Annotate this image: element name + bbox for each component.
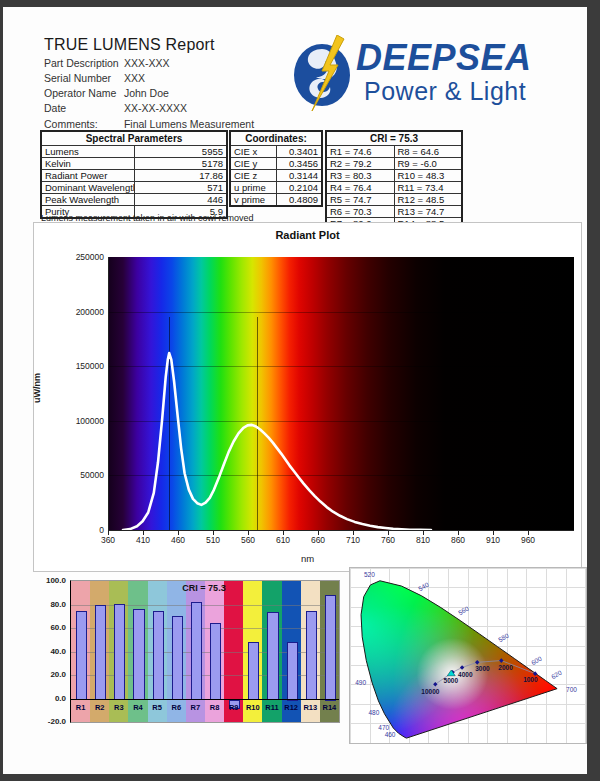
x-tick-label: 460	[163, 535, 193, 545]
category-label: R11	[262, 703, 281, 712]
cri-bar	[267, 612, 278, 700]
x-tick-label: 410	[128, 535, 158, 545]
x-tick-label: 360	[93, 535, 123, 545]
row-label: Kelvin	[41, 158, 134, 170]
chromaticity-plot-area: 5205405605806006207004904804704601000200…	[360, 572, 580, 739]
row-value: 0.4809	[276, 194, 322, 207]
row-label: u prime	[230, 182, 276, 194]
field-date: Date XX-XX-XXXX	[44, 102, 187, 117]
gridline	[262, 605, 281, 606]
row-label: CIE z	[230, 170, 276, 182]
cri-bar	[306, 611, 317, 701]
comments-label: Comments:	[44, 118, 121, 130]
gridline	[243, 605, 262, 606]
cri-cell: R2 = 79.2	[326, 158, 394, 170]
table-title: CRI = 75.3	[326, 131, 462, 146]
field-operator-name: Operator Name John Doe	[44, 87, 169, 102]
row-label: CIE x	[230, 146, 276, 158]
y-tick-label: 0.0	[30, 694, 66, 703]
gridline	[71, 605, 90, 606]
gridline	[148, 605, 167, 606]
radiant-x-axis-label: nm	[34, 553, 581, 564]
cri-bar	[210, 623, 221, 701]
category-label: R3	[109, 703, 128, 712]
category-label: R13	[301, 703, 320, 712]
cri-bar	[287, 642, 298, 701]
gridline	[205, 605, 224, 606]
x-tick-label: 610	[268, 535, 298, 545]
field-serial-number: Serial Number XXX	[44, 72, 145, 87]
page-title: TRUE LUMENS Report	[44, 36, 215, 54]
cri-cell: R3 = 80.3	[326, 170, 394, 182]
field-label: Part Description	[44, 57, 121, 69]
gridline	[224, 652, 243, 653]
cri-cell: R1 = 74.6	[326, 146, 394, 158]
cct-label: 3000	[475, 665, 489, 672]
row-value: 0.3401	[276, 146, 322, 158]
cri-bar-plot-area: R1R2R3R4R5R6R7R8R9R10R11R12R13R14	[70, 580, 340, 723]
y-tick-label: 100.0	[30, 576, 66, 585]
wavelength-label: 520	[364, 571, 375, 578]
cri-column: R14	[320, 581, 339, 722]
report-page: TRUE LUMENS Report Part Description XXX-…	[3, 7, 587, 774]
cct-label: 5000	[444, 677, 458, 684]
field-part-description: Part Description XXX-XXX	[44, 57, 169, 72]
wavelength-label: 460	[385, 731, 396, 738]
radiant-y-axis-label: uW/nm	[32, 373, 42, 403]
zero-axis-line	[320, 699, 339, 700]
wavelength-label: 700	[566, 686, 577, 693]
cri-column: R2	[90, 581, 109, 722]
y-tick-label: 0	[58, 525, 104, 535]
cct-label: 4000	[458, 671, 472, 678]
cri-column: R5	[148, 581, 167, 722]
radiant-plot-area	[108, 257, 574, 531]
gridline	[128, 605, 147, 606]
zero-axis-line	[301, 699, 320, 700]
field-label: Operator Name	[44, 87, 121, 99]
y-tick-label: 150000	[58, 361, 104, 371]
cri-cell: R13 = 74.7	[394, 206, 462, 218]
cct-label: 2000	[498, 664, 512, 671]
zero-axis-line	[243, 699, 262, 700]
zero-axis-line	[282, 699, 301, 700]
cri-column: R13	[301, 581, 320, 722]
x-tick-label: 560	[233, 535, 263, 545]
gridline	[167, 605, 186, 606]
zero-axis-line	[71, 699, 90, 700]
category-label: R2	[90, 703, 109, 712]
x-tick-label: 910	[478, 535, 508, 545]
row-label: v prime	[230, 194, 276, 207]
radiant-plot-title: Radiant Plot	[34, 229, 581, 241]
cri-cell: R8 = 64.6	[394, 146, 462, 158]
row-value: 571	[134, 182, 227, 194]
row-value: 0.3456	[276, 158, 322, 170]
row-label: Peak Wavelength	[41, 194, 134, 206]
y-tick-label: 60.0	[30, 623, 66, 632]
y-tick-label: -20.0	[30, 717, 66, 726]
cri-column: R8	[205, 581, 224, 722]
row-value: 17.86	[134, 170, 227, 182]
wavelength-label: 480	[368, 709, 379, 716]
row-label: CIE y	[230, 158, 276, 170]
cri-column: R11	[262, 581, 281, 722]
cri-cell: R4 = 76.4	[326, 182, 394, 194]
gridline	[224, 628, 243, 629]
cri-bar	[325, 595, 336, 701]
x-tick-label: 860	[443, 535, 473, 545]
cct-label: 10000	[421, 688, 439, 695]
cri-cell: R6 = 70.3	[326, 206, 394, 218]
y-tick-label: 40.0	[30, 647, 66, 656]
cri-column: R6	[167, 581, 186, 722]
zero-axis-line	[224, 699, 243, 700]
cri-cell: R12 = 48.5	[394, 194, 462, 206]
zero-axis-line	[90, 699, 109, 700]
zero-axis-line	[262, 699, 281, 700]
row-value: 0.3144	[276, 170, 322, 182]
zero-axis-line	[205, 699, 224, 700]
field-value: XXX	[124, 72, 145, 84]
x-tick-label: 510	[198, 535, 228, 545]
row-value: 446	[134, 194, 227, 206]
gridline	[282, 628, 301, 629]
field-label: Serial Number	[44, 72, 121, 84]
spectral-parameters-table: Spectral Parameters Lumens 5955 Kelvin 5…	[40, 130, 228, 219]
